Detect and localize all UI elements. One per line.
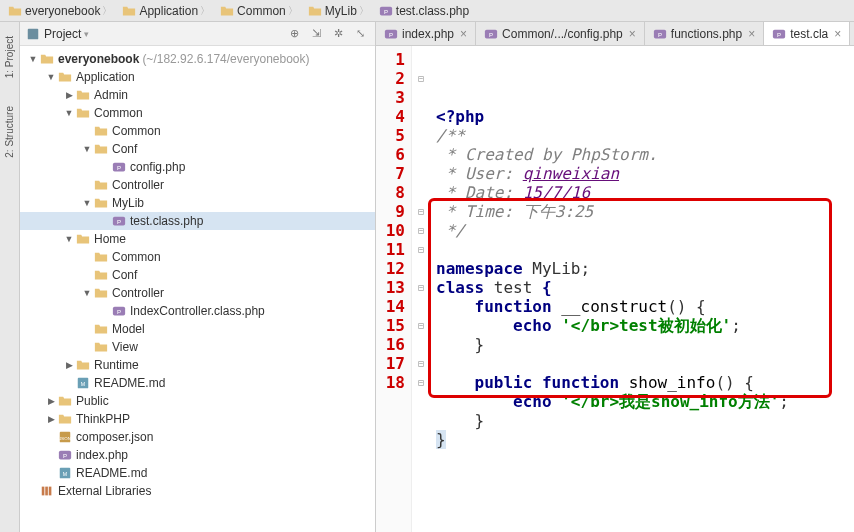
tree-node[interactable]: ▼Home <box>20 230 375 248</box>
breadcrumb-item[interactable]: MyLib〉 <box>304 4 375 18</box>
tree-node[interactable]: ▶ThinkPHP <box>20 410 375 428</box>
tree-node[interactable]: ▼Application <box>20 68 375 86</box>
fold-marker[interactable] <box>412 88 430 107</box>
settings-button[interactable]: ✲ <box>329 25 347 43</box>
tree-toggle[interactable]: ▼ <box>80 198 94 208</box>
fold-marker[interactable]: ⊟ <box>412 221 430 240</box>
breadcrumb-item[interactable]: test.class.php <box>375 4 473 18</box>
code-content[interactable]: <?php/** * Created by PhpStorm. * User: … <box>430 46 854 532</box>
tree-node[interactable]: ▶Admin <box>20 86 375 104</box>
fold-marker[interactable]: ⊟ <box>412 202 430 221</box>
code-line[interactable]: <?php <box>436 107 848 126</box>
tree-node[interactable]: config.php <box>20 158 375 176</box>
fold-marker[interactable]: ⊟ <box>412 69 430 88</box>
code-line[interactable]: * Date: 15/7/16 <box>436 183 848 202</box>
tree-node[interactable]: ▼Controller <box>20 284 375 302</box>
code-editor[interactable]: 123456789101112131415161718 ⊟⊟⊟⊟⊟⊟⊟⊟ <?p… <box>376 46 854 532</box>
fold-column[interactable]: ⊟⊟⊟⊟⊟⊟⊟⊟ <box>412 46 430 532</box>
fold-marker[interactable] <box>412 259 430 278</box>
vertical-tab[interactable]: 1: Project <box>4 32 15 82</box>
editor-tab[interactable]: Common/.../config.php× <box>476 22 645 45</box>
folder-icon <box>40 52 54 66</box>
fold-marker[interactable] <box>412 107 430 126</box>
breadcrumb-item[interactable]: Common〉 <box>216 4 304 18</box>
tree-toggle[interactable]: ▶ <box>62 90 76 100</box>
close-icon[interactable]: × <box>748 27 755 41</box>
close-icon[interactable]: × <box>834 27 841 41</box>
code-line[interactable]: * Created by PhpStorm. <box>436 145 848 164</box>
collapse-all-button[interactable]: ⇲ <box>307 25 325 43</box>
fold-marker[interactable] <box>412 145 430 164</box>
code-line[interactable]: class test { <box>436 278 848 297</box>
vertical-tab[interactable]: 2: Structure <box>4 102 15 162</box>
tree-node[interactable]: composer.json <box>20 428 375 446</box>
fold-marker[interactable] <box>412 50 430 69</box>
tree-node[interactable]: External Libraries <box>20 482 375 500</box>
tree-node[interactable]: Model <box>20 320 375 338</box>
code-line[interactable]: namespace MyLib; <box>436 259 848 278</box>
fold-marker[interactable] <box>412 183 430 202</box>
close-icon[interactable]: × <box>460 27 467 41</box>
tree-toggle[interactable]: ▶ <box>62 360 76 370</box>
tree-node[interactable]: ▶Runtime <box>20 356 375 374</box>
code-line[interactable]: * User: qinweixian <box>436 164 848 183</box>
tree-node[interactable]: ▼everyonebook(~/182.92.6.174/everyoneboo… <box>20 50 375 68</box>
project-tree[interactable]: ▼everyonebook(~/182.92.6.174/everyoneboo… <box>20 46 375 532</box>
tree-node[interactable]: ▼Common <box>20 104 375 122</box>
fold-marker[interactable]: ⊟ <box>412 278 430 297</box>
fold-marker[interactable]: ⊟ <box>412 354 430 373</box>
hide-button[interactable]: ⤡ <box>351 25 369 43</box>
tab-label: index.php <box>402 27 454 41</box>
fold-marker[interactable]: ⊟ <box>412 373 430 392</box>
tree-toggle[interactable]: ▼ <box>80 144 94 154</box>
tree-node[interactable]: IndexController.class.php <box>20 302 375 320</box>
editor-tab[interactable]: functions.php× <box>645 22 764 45</box>
dropdown-icon[interactable]: ▾ <box>84 29 89 39</box>
tree-toggle[interactable]: ▼ <box>44 72 58 82</box>
fold-marker[interactable]: ⊟ <box>412 240 430 259</box>
tree-node[interactable]: Common <box>20 248 375 266</box>
fold-marker[interactable] <box>412 297 430 316</box>
tree-toggle[interactable]: ▼ <box>26 54 40 64</box>
tree-node[interactable]: test.class.php <box>20 212 375 230</box>
code-line[interactable]: /** <box>436 126 848 145</box>
tree-node[interactable]: Conf <box>20 266 375 284</box>
tree-node[interactable]: ▶Public <box>20 392 375 410</box>
breadcrumb-item[interactable]: Application〉 <box>118 4 216 18</box>
tree-toggle[interactable]: ▼ <box>80 288 94 298</box>
code-line[interactable]: } <box>436 411 848 430</box>
line-number: 14 <box>376 297 405 316</box>
tree-toggle[interactable]: ▶ <box>44 414 58 424</box>
tree-node[interactable]: README.md <box>20 464 375 482</box>
code-line[interactable]: } <box>436 335 848 354</box>
code-line[interactable]: public function show_info() { <box>436 373 848 392</box>
editor-tab[interactable]: test.cla× <box>764 22 850 46</box>
tree-node[interactable]: ▼MyLib <box>20 194 375 212</box>
code-line[interactable]: */ <box>436 221 848 240</box>
code-line[interactable] <box>436 240 848 259</box>
tree-node[interactable]: index.php <box>20 446 375 464</box>
code-line[interactable]: echo '</br>test被初始化'; <box>436 316 848 335</box>
breadcrumb-item[interactable]: everyonebook〉 <box>4 4 118 18</box>
code-line[interactable] <box>436 354 848 373</box>
tree-node[interactable]: README.md <box>20 374 375 392</box>
code-line[interactable]: function __construct() { <box>436 297 848 316</box>
tree-toggle[interactable]: ▶ <box>44 396 58 406</box>
tree-node[interactable]: View <box>20 338 375 356</box>
scroll-from-source-button[interactable]: ⊕ <box>285 25 303 43</box>
fold-marker[interactable] <box>412 126 430 145</box>
code-line[interactable]: echo '</br>我是show_info方法'; <box>436 392 848 411</box>
fold-marker[interactable] <box>412 164 430 183</box>
fold-marker[interactable]: ⊟ <box>412 316 430 335</box>
close-icon[interactable]: × <box>629 27 636 41</box>
code-line[interactable]: } <box>436 430 848 449</box>
tree-toggle[interactable]: ▼ <box>62 234 76 244</box>
tree-node[interactable]: ▼Conf <box>20 140 375 158</box>
fold-marker[interactable] <box>412 335 430 354</box>
editor-tab[interactable]: index.php× <box>376 22 476 45</box>
code-line[interactable]: * Time: 下午3:25 <box>436 202 848 221</box>
tree-label: MyLib <box>112 196 144 210</box>
tree-node[interactable]: Controller <box>20 176 375 194</box>
tree-toggle[interactable]: ▼ <box>62 108 76 118</box>
tree-node[interactable]: Common <box>20 122 375 140</box>
